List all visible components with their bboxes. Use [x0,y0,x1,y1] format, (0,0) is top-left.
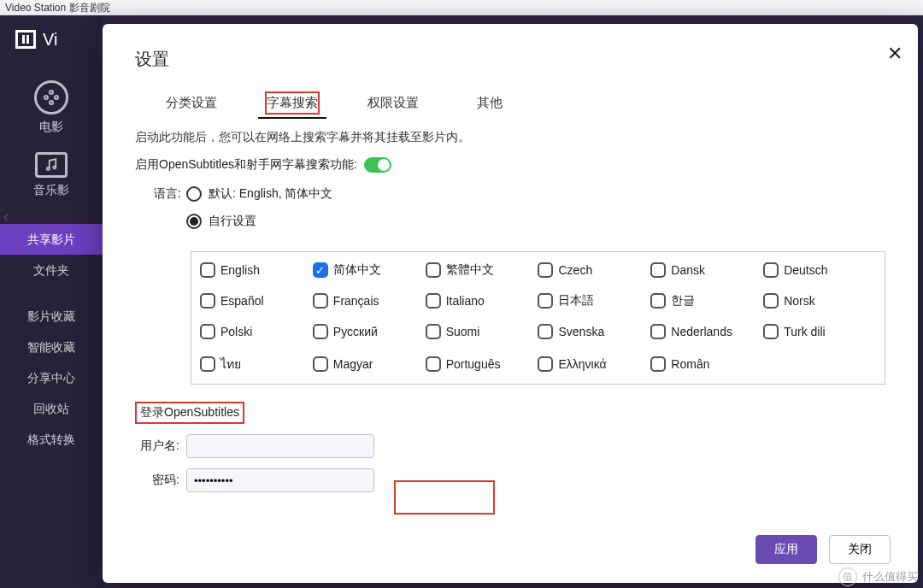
modal-title: 设置 [135,48,885,71]
svg-point-1 [44,96,48,99]
sidebar-group-movies[interactable]: 电影 [0,80,103,135]
language-checkbox-2[interactable]: 繁體中文 [426,262,538,278]
sidebar-item-5[interactable]: 回收站 [0,393,103,424]
settings-tabs: 分类设置字幕搜索权限设置其他 [156,91,885,115]
checkbox-icon [426,262,441,278]
sidebar-item-6[interactable]: 格式转换 [0,424,103,455]
language-label: 语言: [135,186,186,241]
language-checkbox-19[interactable]: Magyar [313,355,426,373]
language-checkbox-1[interactable]: ✓简体中文 [313,262,426,278]
toggle-label: 启用OpenSubtitles和射手网字幕搜索功能: [135,157,357,173]
language-checkbox-22[interactable]: Român [650,355,763,373]
settings-modal: 设置 ✕ 分类设置字幕搜索权限设置其他 启动此功能后，您可以在网络上搜索字幕并将… [103,24,918,583]
apply-button[interactable]: 应用 [755,535,817,564]
checkbox-icon [200,356,215,372]
checkbox-icon [538,293,553,309]
checkbox-icon [200,324,215,339]
language-checkbox-18[interactable]: ไทย [200,355,313,373]
checkbox-icon [313,356,328,372]
username-label: 用户名: [135,438,186,454]
film-icon [15,30,36,49]
language-checkbox-6[interactable]: Español [200,293,313,309]
chevron-left-icon[interactable]: ‹ [3,208,9,226]
tab-0[interactable]: 分类设置 [156,91,227,115]
checkbox-icon [650,356,666,372]
username-input[interactable] [186,434,374,458]
sidebar-item-3[interactable]: 智能收藏 [0,332,103,362]
close-button[interactable]: 关闭 [829,535,891,564]
checkbox-icon [200,293,215,309]
checkbox-icon [650,293,666,309]
svg-point-3 [50,101,53,104]
checkbox-icon [763,293,779,309]
sidebar-group-music[interactable]: 音乐影 [0,152,103,198]
checkbox-icon [650,324,666,339]
app-name: Vi [43,30,57,50]
radio-custom-language[interactable]: 自行设置 [186,214,332,229]
language-checkbox-8[interactable]: Italiano [426,293,538,309]
close-icon[interactable]: ✕ [887,43,902,65]
checkbox-icon [426,324,441,339]
checkbox-icon [763,262,779,278]
password-label: 密码: [135,473,186,488]
checkbox-icon [313,324,328,339]
checkbox-icon [313,293,328,309]
svg-point-0 [50,91,53,94]
language-checkbox-20[interactable]: Português [426,355,538,373]
language-checkbox-14[interactable]: Suomi [426,324,538,339]
radio-icon [186,214,202,229]
language-checkbox-10[interactable]: 한글 [650,293,763,309]
language-grid: English✓简体中文繁體中文CzechDanskDeutschEspañol… [191,251,885,385]
tab-1[interactable]: 字幕搜索 [265,91,320,115]
checkbox-icon [538,324,553,339]
language-checkbox-17[interactable]: Turk dili [763,324,876,339]
language-checkbox-9[interactable]: 日本語 [538,293,650,309]
checkbox-icon [763,324,779,339]
language-checkbox-0[interactable]: English [200,262,313,278]
music-icon [35,152,68,178]
language-checkbox-21[interactable]: Ελληνικά [538,355,650,373]
language-checkbox-7[interactable]: Français [313,293,426,309]
subtitle-search-toggle[interactable] [364,157,391,173]
sidebar: Vi ‹ 电影 音乐影 共享影片文件夹影片收藏智能收藏分享中心回收站格式转换 [0,15,103,588]
window-title: Video Station 影音剧院 [0,0,923,15]
login-header: 登录OpenSubtitles [135,402,244,424]
tab-description: 启动此功能后，您可以在网络上搜索字幕并将其挂载至影片内。 [135,130,885,145]
checkbox-icon [426,293,441,309]
language-checkbox-13[interactable]: Русский [313,324,426,339]
tab-2[interactable]: 权限设置 [357,91,429,115]
checkbox-icon: ✓ [313,262,328,278]
sidebar-item-2[interactable]: 影片收藏 [0,301,103,332]
language-checkbox-3[interactable]: Czech [538,262,650,278]
language-checkbox-5[interactable]: Deutsch [763,262,876,278]
radio-icon [186,186,202,202]
checkbox-icon [538,262,553,278]
svg-point-2 [55,96,58,99]
language-checkbox-16[interactable]: Nederlands [650,324,763,339]
language-checkbox-11[interactable]: Norsk [763,293,876,309]
svg-point-4 [47,168,50,170]
radio-default-language[interactable]: 默认: English, 简体中文 [186,186,332,202]
checkbox-icon [650,262,666,278]
watermark: 值 什么值得买 [838,567,918,586]
tab-3[interactable]: 其他 [467,91,513,115]
checkbox-icon [426,356,441,372]
watermark-icon: 值 [838,567,857,586]
password-input[interactable] [186,468,374,492]
checkbox-icon [538,356,553,372]
sidebar-item-4[interactable]: 分享中心 [0,362,103,393]
language-checkbox-4[interactable]: Dansk [650,262,763,278]
sidebar-item-1[interactable]: 文件夹 [0,255,103,285]
language-checkbox-12[interactable]: Polski [200,324,313,339]
app-logo: Vi [0,15,103,63]
checkbox-icon [200,262,215,278]
svg-point-5 [53,167,56,169]
sidebar-item-0[interactable]: 共享影片 [0,224,103,255]
reel-icon [34,80,68,115]
language-checkbox-15[interactable]: Svenska [538,324,650,339]
